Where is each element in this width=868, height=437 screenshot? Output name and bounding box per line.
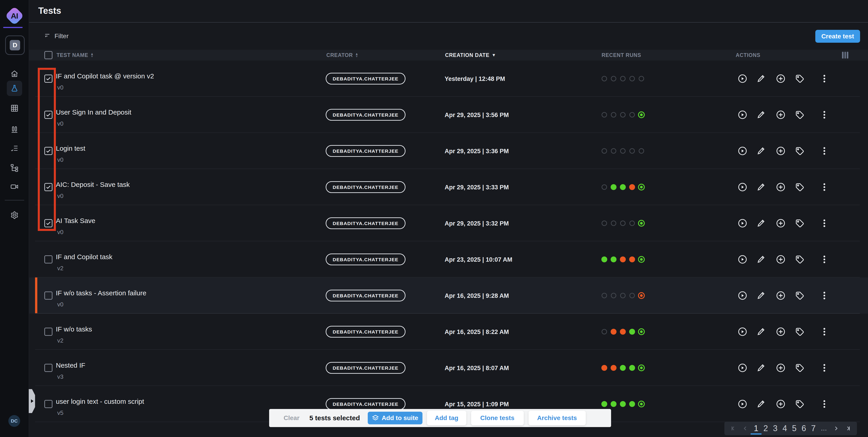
column-header-creation-date[interactable]: CREATION DATE▼	[445, 50, 496, 61]
row-checkbox[interactable]	[44, 111, 53, 119]
user-avatar[interactable]: DC	[8, 415, 20, 427]
edit-test-icon[interactable]	[757, 74, 767, 83]
archive-tests-button[interactable]: Archive tests	[529, 411, 586, 425]
page-2-button[interactable]: 2	[764, 422, 768, 435]
tag-icon[interactable]	[795, 255, 805, 264]
clone-tests-button[interactable]: Clone tests	[471, 411, 524, 425]
edit-test-icon[interactable]	[757, 327, 767, 337]
last-page-button[interactable]	[844, 425, 851, 432]
next-page-button[interactable]	[833, 425, 839, 432]
test-name[interactable]: IF w/o tasks	[56, 325, 92, 333]
filter-button[interactable]: Filter	[44, 30, 68, 42]
more-actions-icon[interactable]	[819, 255, 829, 264]
tag-icon[interactable]	[795, 291, 805, 301]
add-to-suite-icon[interactable]	[776, 327, 786, 337]
tag-icon[interactable]	[795, 110, 805, 120]
run-test-icon[interactable]	[738, 327, 747, 337]
add-to-suite-icon[interactable]	[776, 182, 786, 192]
row-checkbox[interactable]	[44, 364, 53, 372]
row-checkbox[interactable]	[44, 219, 53, 227]
sidebar-item-samples[interactable]	[0, 123, 29, 138]
run-test-icon[interactable]	[738, 110, 747, 120]
test-name[interactable]: Nested IF	[56, 362, 85, 369]
sidebar-item-recordings[interactable]	[0, 179, 29, 195]
add-to-suite-icon[interactable]	[776, 255, 786, 264]
run-test-icon[interactable]	[738, 399, 747, 409]
row-checkbox[interactable]	[44, 292, 53, 300]
edit-test-icon[interactable]	[757, 255, 767, 264]
sidebar-item-workflows[interactable]	[0, 161, 29, 176]
sidebar-item-home[interactable]	[0, 66, 29, 82]
test-name[interactable]: AIC: Deposit - Save task	[56, 181, 130, 189]
run-test-icon[interactable]	[738, 218, 747, 228]
sidebar-item-tables[interactable]	[0, 101, 29, 116]
column-header-test-name[interactable]: TEST NAME▲▼	[57, 50, 94, 61]
edit-test-icon[interactable]	[757, 218, 767, 228]
add-to-suite-icon[interactable]	[776, 363, 786, 373]
more-actions-icon[interactable]	[819, 327, 829, 337]
run-test-icon[interactable]	[738, 291, 747, 301]
column-settings-icon[interactable]	[842, 52, 848, 59]
clear-selection-button[interactable]: Clear	[284, 414, 300, 422]
test-name[interactable]: AI Task Save	[56, 217, 95, 225]
tag-icon[interactable]	[795, 146, 805, 156]
app-logo[interactable]: AI	[0, 5, 29, 27]
more-actions-icon[interactable]	[819, 363, 829, 373]
select-all-checkbox[interactable]	[44, 51, 53, 59]
more-actions-icon[interactable]	[819, 146, 829, 156]
run-test-icon[interactable]	[738, 363, 747, 373]
edit-test-icon[interactable]	[757, 399, 767, 409]
page-1-button[interactable]: 1	[754, 422, 758, 435]
row-checkbox[interactable]	[44, 183, 53, 191]
add-to-suite-icon[interactable]	[776, 218, 786, 228]
run-test-icon[interactable]	[738, 255, 747, 264]
tag-icon[interactable]	[795, 327, 805, 337]
row-checkbox[interactable]	[44, 400, 53, 408]
more-actions-icon[interactable]	[819, 218, 829, 228]
edit-test-icon[interactable]	[757, 363, 767, 373]
more-actions-icon[interactable]	[819, 399, 829, 409]
run-test-icon[interactable]	[738, 146, 747, 156]
edit-test-icon[interactable]	[757, 110, 767, 120]
create-test-button[interactable]: Create test	[815, 30, 860, 43]
page-6-button[interactable]: 6	[802, 422, 806, 435]
test-name[interactable]: IF w/o tasks - Assertion failure	[56, 289, 146, 297]
edit-test-icon[interactable]	[757, 291, 767, 301]
test-name[interactable]: User Sign In and Deposit	[56, 108, 131, 116]
tag-icon[interactable]	[795, 363, 805, 373]
edit-test-icon[interactable]	[757, 146, 767, 156]
test-name[interactable]: Login test	[56, 145, 85, 152]
sidebar-item-tests[interactable]	[0, 81, 29, 96]
edit-test-icon[interactable]	[757, 182, 767, 192]
add-to-suite-icon[interactable]	[776, 291, 786, 301]
row-checkbox[interactable]	[44, 255, 53, 264]
page-4-button[interactable]: 4	[782, 422, 787, 435]
test-name[interactable]: IF and Copilot task	[56, 253, 113, 261]
add-to-suite-icon[interactable]	[776, 110, 786, 120]
more-actions-icon[interactable]	[819, 291, 829, 301]
first-page-button[interactable]	[730, 425, 737, 432]
test-name[interactable]: user login text - custom script	[56, 398, 144, 405]
tag-icon[interactable]	[795, 218, 805, 228]
page-3-button[interactable]: 3	[773, 422, 778, 435]
row-checkbox[interactable]	[44, 328, 53, 336]
add-to-suite-icon[interactable]	[776, 146, 786, 156]
run-test-icon[interactable]	[738, 182, 747, 192]
add-to-suite-button[interactable]: Add to suite	[368, 412, 423, 424]
add-to-suite-icon[interactable]	[776, 399, 786, 409]
row-checkbox[interactable]	[44, 74, 53, 83]
tag-icon[interactable]	[795, 399, 805, 409]
add-tag-button[interactable]: Add tag	[427, 411, 466, 425]
sidebar-item-settings[interactable]	[0, 208, 29, 223]
previous-page-button[interactable]	[742, 425, 749, 432]
run-test-icon[interactable]	[738, 74, 747, 83]
row-checkbox[interactable]	[44, 147, 53, 155]
add-to-suite-icon[interactable]	[776, 74, 786, 83]
tag-icon[interactable]	[795, 74, 805, 83]
more-actions-icon[interactable]	[819, 74, 829, 83]
more-actions-icon[interactable]	[819, 182, 829, 192]
page-7-button[interactable]: 7	[811, 422, 815, 435]
test-name[interactable]: IF and Copilot task @ version v2	[56, 72, 154, 80]
tag-icon[interactable]	[795, 182, 805, 192]
workspace-avatar[interactable]: D	[5, 35, 25, 55]
